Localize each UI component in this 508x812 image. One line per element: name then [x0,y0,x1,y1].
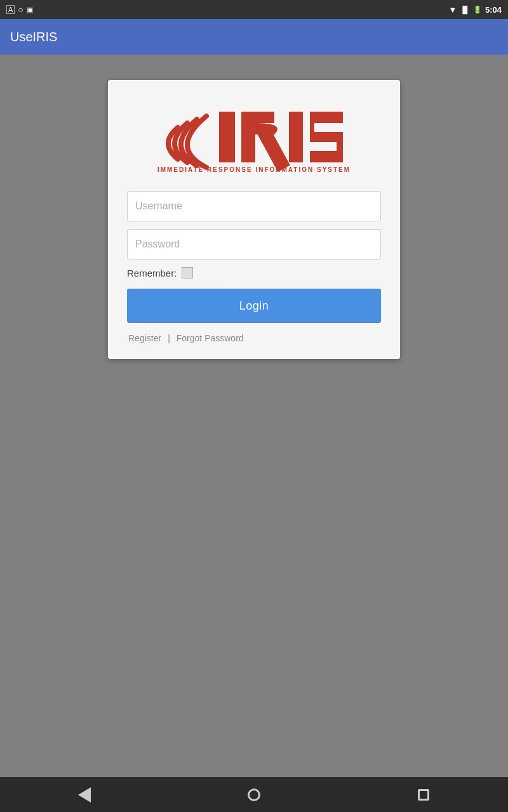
back-button[interactable] [72,782,97,808]
back-icon [78,787,91,802]
nav-bar [0,777,508,812]
clock: 5:04 [485,5,502,15]
circle-icon: ○ [18,4,23,15]
remember-row: Remember: [127,267,381,278]
svg-text:IMMEDIATE RESPONSE INFORMATION: IMMEDIATE RESPONSE INFORMATION SYSTEM [157,166,351,173]
home-icon [248,789,260,801]
login-button[interactable]: Login [127,289,381,323]
battery-icon: 🔋 [473,6,482,14]
recents-icon [418,789,429,801]
remember-checkbox[interactable] [182,267,193,278]
logo-container: IMMEDIATE RESPONSE INFORMATION SYSTEM [127,99,381,175]
app-bar: UseIRIS [0,19,508,55]
svg-rect-1 [241,112,255,162]
signal-icon: ▐▌ [460,6,470,13]
svg-rect-2 [255,112,274,123]
forgot-password-link[interactable]: Forgot Password [177,333,244,343]
svg-rect-5 [289,112,303,162]
iris-logo: IMMEDIATE RESPONSE INFORMATION SYSTEM [140,99,368,175]
username-input[interactable] [127,191,381,221]
main-content: IMMEDIATE RESPONSE INFORMATION SYSTEM Re… [0,55,508,777]
a-icon: A [6,5,15,14]
recents-button[interactable] [411,782,436,808]
home-button[interactable] [241,782,267,808]
footer-links: Register | Forgot Password [127,333,381,343]
svg-line-4 [265,134,281,162]
sim-icon: ▣ [27,6,33,14]
register-link[interactable]: Register [128,333,161,343]
login-card: IMMEDIATE RESPONSE INFORMATION SYSTEM Re… [108,80,400,359]
link-separator: | [168,333,170,343]
status-left-icons: A ○ ▣ [6,4,33,15]
status-bar: A ○ ▣ ▼ ▐▌ 🔋 5:04 [0,0,508,19]
svg-rect-0 [219,112,235,162]
app-title: UseIRIS [10,30,57,44]
password-input[interactable] [127,229,381,259]
wifi-icon: ▼ [449,5,457,15]
status-right-icons: ▼ ▐▌ 🔋 5:04 [449,5,502,15]
remember-label: Remember: [127,268,177,278]
